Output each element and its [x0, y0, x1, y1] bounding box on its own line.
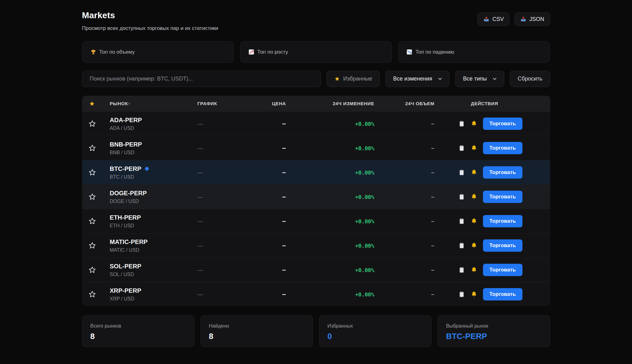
bell-icon [471, 120, 477, 127]
top-losers-card[interactable]: Топ по падению [398, 41, 550, 63]
favorite-star-button[interactable] [88, 242, 96, 250]
price-value: – [246, 168, 286, 176]
chart-placeholder: — [196, 218, 246, 225]
change-filter-select[interactable]: Все изменения [385, 71, 450, 87]
star-filled-icon [89, 101, 95, 107]
market-row-doge-perp[interactable]: DOGE-PERP DOGE / USD — – +0.00% – Торгов… [82, 184, 550, 209]
top-gainers-card[interactable]: Топ по росту [240, 41, 392, 63]
bell-icon [471, 267, 477, 273]
price-column-header[interactable]: ЦЕНА [246, 101, 286, 106]
copy-market-button[interactable] [458, 193, 465, 200]
market-row-xrp-perp[interactable]: XRP-PERP XRP / USD — – +0.00% – Торговат… [82, 282, 550, 306]
top-volume-label: Топ по объему [99, 49, 135, 55]
stat-label: Выбранный рынок [446, 323, 542, 329]
star-outline-icon [88, 144, 96, 152]
market-pair: XRP / USD [110, 296, 196, 302]
favorite-star-button[interactable] [88, 217, 96, 225]
clipboard-icon [458, 291, 465, 298]
chart-down-icon [406, 49, 412, 55]
actions-cell: Торговать [434, 239, 550, 252]
copy-market-button[interactable] [458, 120, 465, 127]
change-value: +0.00% [286, 291, 374, 298]
market-row-matic-perp[interactable]: MATIC-PERP MATIC / USD — – +0.00% – Торг… [82, 233, 550, 258]
search-input[interactable] [82, 71, 321, 87]
star-filled-icon [334, 76, 340, 82]
change-value: +0.00% [286, 267, 374, 273]
chart-placeholder: — [196, 121, 246, 127]
market-row-btc-perp[interactable]: BTC-PERP BTC / USD — – +0.00% – Торговат… [82, 160, 550, 184]
clipboard-icon [458, 193, 465, 200]
trade-button[interactable]: Торговать [483, 142, 522, 154]
alert-bell-button[interactable] [471, 145, 477, 151]
favorites-filter-button[interactable]: Избранные [326, 71, 380, 87]
top-volume-card[interactable]: Топ по объему [82, 41, 234, 63]
trade-button[interactable]: Торговать [483, 191, 522, 203]
market-name: MATIC-PERP [110, 238, 196, 246]
trophy-icon [90, 49, 96, 55]
market-name: ETH-PERP [110, 214, 196, 221]
star-outline-icon [88, 242, 96, 250]
market-row-ada-perp[interactable]: ADA-PERP ADA / USD — – +0.00% – Торговат… [82, 111, 550, 136]
export-csv-button[interactable]: CSV [477, 12, 509, 26]
change-column-label: 24Ч ИЗМЕНЕНИЕ [333, 101, 374, 106]
alert-bell-button[interactable] [471, 267, 477, 273]
reset-filters-button[interactable]: Сбросить [510, 71, 550, 87]
market-pair: ETH / USD [110, 223, 196, 229]
alert-bell-button[interactable] [471, 169, 477, 176]
favorite-star-button[interactable] [88, 168, 96, 176]
change-column-header[interactable]: 24Ч ИЗМЕНЕНИЕ [286, 101, 374, 106]
copy-market-button[interactable] [458, 291, 465, 298]
bell-icon [471, 218, 477, 225]
market-row-sol-perp[interactable]: SOL-PERP SOL / USD — – +0.00% – Торговат… [82, 258, 550, 282]
market-cell: MATIC-PERP MATIC / USD [110, 238, 196, 253]
stat-value: 0 [327, 332, 423, 341]
selected-market-dot [145, 167, 149, 171]
star-outline-icon [88, 266, 96, 274]
chart-placeholder: — [196, 291, 246, 298]
market-row-eth-perp[interactable]: ETH-PERP ETH / USD — – +0.00% – Торговат… [82, 209, 550, 233]
favorites-column-header[interactable] [82, 101, 110, 107]
table-header-row: РЫНОК↑ ГРАФИК ЦЕНА 24Ч ИЗМЕНЕНИЕ 24Ч ОБЪ… [82, 96, 550, 111]
market-pair: SOL / USD [110, 272, 196, 277]
actions-column-header: ДЕЙСТВИЯ [434, 101, 550, 106]
favorite-star-button[interactable] [88, 193, 96, 201]
alert-bell-button[interactable] [471, 242, 477, 249]
market-column-header[interactable]: РЫНОК↑ [110, 101, 196, 106]
volume-value: – [374, 218, 434, 225]
trade-button[interactable]: Торговать [483, 239, 522, 252]
top-losers-label: Топ по падению [415, 49, 454, 55]
favorite-star-button[interactable] [88, 266, 96, 274]
favorite-star-button[interactable] [88, 290, 96, 298]
trade-button[interactable]: Торговать [483, 166, 522, 179]
alert-bell-button[interactable] [471, 193, 477, 200]
market-pair: ADA / USD [110, 126, 196, 131]
favorite-star-button[interactable] [88, 120, 96, 128]
stat-value: 8 [209, 332, 305, 341]
trade-button[interactable]: Торговать [483, 118, 522, 130]
copy-market-button[interactable] [458, 218, 465, 225]
copy-market-button[interactable] [458, 267, 465, 273]
alert-bell-button[interactable] [471, 120, 477, 127]
bell-icon [471, 169, 477, 176]
favorite-star-button[interactable] [88, 144, 96, 152]
market-row-bnb-perp[interactable]: BNB-PERP BNB / USD — – +0.00% – Торговат… [82, 136, 550, 160]
trade-button[interactable]: Торговать [483, 264, 522, 276]
market-cell: DOGE-PERP DOGE / USD [110, 190, 196, 204]
type-filter-select[interactable]: Все типы [455, 71, 504, 87]
market-cell: XRP-PERP XRP / USD [110, 287, 196, 302]
chart-placeholder: — [196, 267, 246, 273]
market-name: ADA-PERP [110, 117, 196, 124]
export-json-button[interactable]: JSON [514, 12, 550, 26]
clipboard-icon [458, 242, 465, 249]
change-value: +0.00% [286, 194, 374, 200]
copy-market-button[interactable] [458, 242, 465, 249]
alert-bell-button[interactable] [471, 218, 477, 225]
quick-filter-cards: Топ по объему Топ по росту Топ по падени… [82, 41, 550, 63]
copy-market-button[interactable] [458, 169, 465, 176]
alert-bell-button[interactable] [471, 291, 477, 298]
copy-market-button[interactable] [458, 145, 465, 151]
export-json-label: JSON [529, 16, 544, 23]
volume-column-header[interactable]: 24Ч ОБЪЕМ [374, 101, 434, 106]
trade-button[interactable]: Торговать [483, 215, 522, 227]
trade-button[interactable]: Торговать [483, 288, 522, 300]
